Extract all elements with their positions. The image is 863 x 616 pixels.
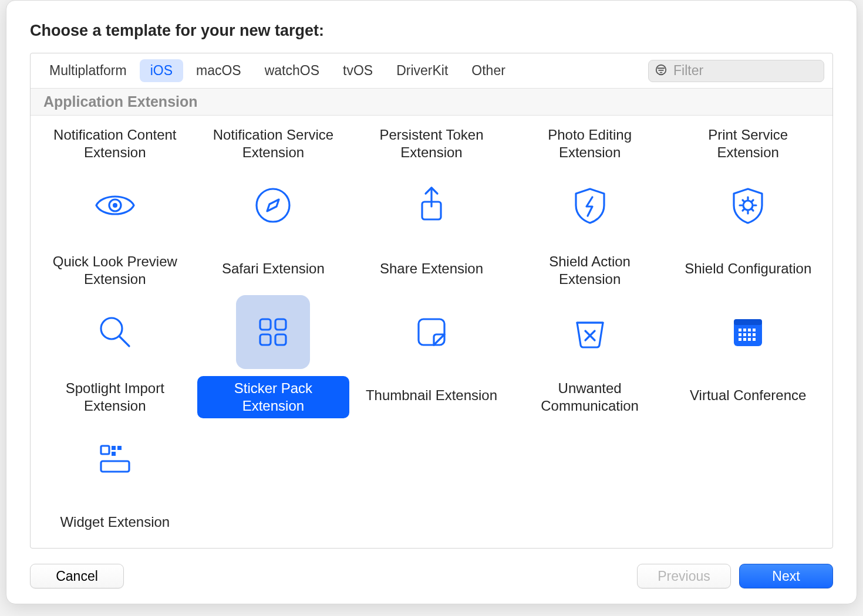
grid4-icon [236, 295, 310, 369]
template-share-extension[interactable]: Share Extension [355, 165, 508, 292]
platform-tabs: MultiplatformiOSmacOSwatchOStvOSDriverKi… [39, 59, 516, 82]
share-icon [395, 168, 468, 242]
platform-tab-other[interactable]: Other [461, 59, 516, 82]
template-print-service-extension[interactable]: Print Service Extension [672, 116, 824, 165]
template-notification-content-extension[interactable]: Notification Content Extension [39, 116, 191, 165]
platform-bar: MultiplatformiOSmacOSwatchOStvOSDriverKi… [31, 53, 832, 88]
template-label: Widget Extension [52, 503, 178, 541]
thumb-icon [395, 295, 468, 369]
template-sticker-pack-extension[interactable]: Sticker Pack Extension [197, 292, 350, 418]
template-label: Persistent Token Extension [355, 123, 508, 165]
platform-tab-watchos[interactable]: watchOS [254, 59, 330, 82]
template-label: Notification Content Extension [39, 123, 191, 165]
platform-tab-multiplatform[interactable]: Multiplatform [39, 59, 137, 82]
template-label: Print Service Extension [672, 123, 824, 165]
template-quick-look-preview-extension[interactable]: Quick Look Preview Extension [39, 165, 191, 292]
template-grid-scroll[interactable]: Notification Content ExtensionNotificati… [31, 116, 832, 548]
template-label: Notification Service Extension [197, 123, 350, 165]
search-icon [78, 295, 152, 369]
template-notification-service-extension[interactable]: Notification Service Extension [197, 116, 350, 165]
template-label: Shield Action Extension [514, 249, 666, 292]
template-widget-extension[interactable]: Widget Extension [39, 418, 191, 541]
platform-tab-ios[interactable]: iOS [140, 59, 183, 82]
filter-field[interactable] [648, 60, 824, 82]
previous-button: Previous [637, 564, 731, 588]
template-label: Unwanted Communication [514, 376, 666, 418]
template-label: Spotlight Import Extension [39, 376, 191, 418]
template-thumbnail-extension[interactable]: Thumbnail Extension [355, 292, 508, 418]
template-label: Shield Configuration [676, 249, 820, 288]
filter-icon [655, 63, 668, 79]
template-label: Quick Look Preview Extension [39, 249, 191, 292]
platform-tab-macos[interactable]: macOS [186, 59, 252, 82]
template-label: Share Extension [372, 249, 491, 288]
filter-input[interactable] [672, 62, 818, 79]
template-label: Virtual Conference [682, 376, 814, 415]
template-label: Photo Editing Extension [514, 123, 666, 165]
template-chooser-dialog: Choose a template for your new target: M… [6, 0, 857, 604]
calendar-icon [711, 295, 785, 369]
template-photo-editing-extension[interactable]: Photo Editing Extension [514, 116, 666, 165]
eye-icon [78, 168, 152, 242]
widget-icon [78, 422, 152, 496]
template-safari-extension[interactable]: Safari Extension [197, 165, 350, 292]
next-button[interactable]: Next [739, 564, 833, 588]
section-header: Application Extension [31, 88, 832, 116]
dialog-title: Choose a template for your new target: [30, 22, 833, 40]
template-virtual-conference[interactable]: Virtual Conference [672, 292, 824, 418]
platform-tab-driverkit[interactable]: DriverKit [386, 59, 459, 82]
template-label: Safari Extension [214, 249, 333, 288]
compass-icon [236, 168, 310, 242]
template-panel: MultiplatformiOSmacOSwatchOStvOSDriverKi… [30, 53, 833, 549]
cancel-button[interactable]: Cancel [30, 564, 124, 588]
template-label: Sticker Pack Extension [197, 376, 350, 418]
dialog-footer: Cancel Previous Next [30, 549, 833, 588]
trash-x-icon [553, 295, 627, 369]
template-spotlight-import-extension[interactable]: Spotlight Import Extension [39, 292, 191, 418]
template-shield-action-extension[interactable]: Shield Action Extension [514, 165, 666, 292]
template-unwanted-communication[interactable]: Unwanted Communication [514, 292, 666, 418]
shield-bolt-icon [553, 168, 627, 242]
shield-gear-icon [711, 168, 785, 242]
template-shield-configuration[interactable]: Shield Configuration [672, 165, 824, 292]
template-label: Thumbnail Extension [358, 376, 505, 415]
template-persistent-token-extension[interactable]: Persistent Token Extension [355, 116, 508, 165]
platform-tab-tvos[interactable]: tvOS [332, 59, 383, 82]
